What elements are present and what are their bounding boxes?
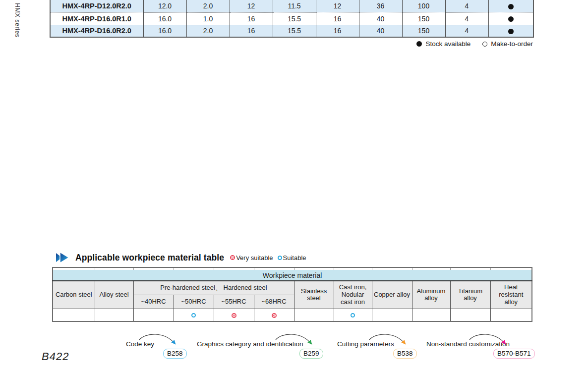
column-group-header: Pre-hardened steel、 Hardened steel [133, 281, 294, 295]
rating-cell [372, 309, 412, 321]
column-header: Carbon steel [53, 281, 95, 309]
spec-cell: 16 [230, 25, 273, 37]
very-suitable-icon [232, 313, 236, 318]
very-suitable-label: Very suitable [236, 254, 273, 262]
page-ref-badge[interactable]: B538 [393, 349, 417, 359]
stock-cell [488, 0, 533, 12]
suitable-icon [191, 313, 196, 317]
column-header: ~55HRC [214, 295, 254, 309]
section-title: Applicable workpiece material table [75, 253, 224, 263]
rating-cell [490, 309, 532, 321]
spec-row: HMX-4RP-D16.0R2.0 16.0 2.0 16 15.5 16 40… [50, 25, 533, 37]
spec-row: HMX-4RP-D12.0R2.0 12.0 2.0 12 11.5 12 36… [50, 0, 533, 12]
column-header: ~50HRC [174, 295, 214, 309]
spec-cell: 150 [402, 25, 445, 37]
footnote-arrow-icon [467, 331, 510, 350]
column-header: ~40HRC [133, 295, 174, 309]
spec-cell: 16 [230, 12, 273, 25]
stock-cell [488, 12, 533, 25]
footnote-arrow-icon [136, 331, 180, 350]
spec-cell: 12 [316, 0, 359, 12]
stock-available-label: Stock available [425, 40, 470, 48]
spec-cell: 15.5 [273, 25, 316, 37]
page-ref-badge[interactable]: B258 [163, 349, 187, 359]
column-header: Cast iron, Nodular cast iron [334, 281, 372, 309]
column-header: Aluminum alloy [412, 281, 450, 309]
spec-cell: 100 [402, 0, 445, 12]
workpiece-material-table: Workpiece material Carbon steel Alloy st… [52, 267, 532, 322]
spec-cell: 36 [359, 0, 402, 12]
stock-available-icon [508, 4, 514, 9]
spec-cell: 16.0 [143, 12, 186, 25]
rating-cell [174, 309, 214, 321]
section-header: Applicable workpiece material table Very… [56, 251, 311, 264]
model-code: HMX-4RP-D16.0R2.0 [50, 25, 143, 37]
stock-available-icon [508, 16, 514, 22]
very-suitable-icon [230, 255, 235, 260]
rating-cell [294, 309, 334, 321]
rating-cell [214, 309, 254, 321]
suitability-row [53, 309, 532, 321]
stock-available-icon [508, 29, 514, 34]
spec-cell: 12.0 [143, 0, 186, 12]
rating-cell [450, 309, 490, 321]
spec-cell: 4 [445, 0, 488, 12]
column-header: Heat resistant alloy [490, 281, 532, 309]
footnote-arrow-icon [366, 331, 410, 350]
rating-cell [254, 309, 294, 321]
page-ref-badge[interactable]: B570-B571 [493, 349, 535, 359]
make-to-order-label: Make-to-order [491, 40, 533, 48]
rating-cell [133, 309, 174, 321]
model-code: HMX-4RP-D12.0R2.0 [50, 0, 143, 12]
suitable-label: Suitable [283, 254, 306, 262]
series-vertical-label: HMX series [14, 3, 21, 38]
page-number: B422 [42, 350, 69, 363]
stock-legend: Stock available Make-to-order [416, 40, 533, 48]
spec-cell: 11.5 [273, 0, 316, 12]
table-banner-row: Workpiece material [53, 270, 532, 281]
spec-cell: 15.5 [273, 12, 316, 25]
model-code: HMX-4RP-D16.0R1.0 [50, 12, 143, 25]
column-header: ~68HRC [254, 295, 294, 309]
rating-cell [412, 309, 450, 321]
spec-cell: 2.0 [186, 0, 230, 12]
stock-available-icon [416, 41, 422, 47]
header-row: Carbon steel Alloy steel Pre-hardened st… [53, 281, 532, 295]
rating-cell [53, 309, 95, 321]
stock-cell [488, 25, 533, 37]
spec-row: HMX-4RP-D16.0R1.0 16.0 1.0 16 15.5 16 40… [50, 12, 533, 25]
column-header: Titanium alloy [450, 281, 490, 309]
spec-cell: 2.0 [186, 25, 230, 37]
rating-cell [334, 309, 372, 321]
spec-table: HMX-4RP-D12.0R2.0 12.0 2.0 12 11.5 12 36… [50, 0, 534, 38]
double-chevron-icon [56, 252, 70, 264]
spec-cell: 16 [316, 12, 359, 25]
suitability-legend: Very suitable Suitable [230, 254, 310, 262]
page-ref-badge[interactable]: B259 [299, 349, 323, 359]
spec-cell: 4 [445, 12, 488, 25]
make-to-order-icon [482, 42, 487, 47]
column-header: Copper alloy [372, 281, 412, 309]
spec-cell: 1.0 [186, 12, 230, 25]
suitable-icon [278, 256, 282, 260]
workpiece-material-banner: Workpiece material [53, 270, 532, 281]
column-header: Stainless steel [294, 281, 334, 309]
spec-cell: 16.0 [143, 25, 186, 37]
spec-cell: 12 [230, 0, 273, 12]
suitable-icon [351, 313, 355, 317]
rating-cell [95, 309, 133, 321]
spec-cell: 40 [359, 25, 402, 37]
footnote-arrow-icon [273, 331, 316, 350]
column-header: Alloy steel [95, 281, 133, 309]
spec-cell: 4 [445, 25, 488, 37]
very-suitable-icon [272, 313, 277, 318]
spec-cell: 40 [359, 12, 402, 25]
spec-cell: 150 [402, 12, 445, 25]
spec-cell: 16 [316, 25, 359, 37]
